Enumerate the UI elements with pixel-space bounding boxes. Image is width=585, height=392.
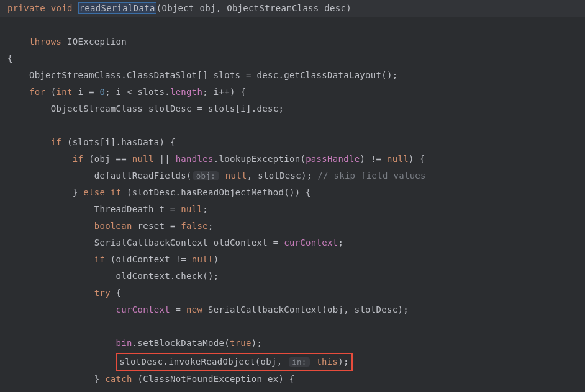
field: handles bbox=[176, 154, 214, 164]
brace: { bbox=[7, 53, 13, 63]
keyword: int bbox=[57, 87, 73, 97]
null: null bbox=[132, 154, 154, 164]
keyword: throws bbox=[29, 37, 61, 47]
code-text: ObjectStreamClass slotDesc = slots[i].de… bbox=[51, 104, 284, 114]
keyword: new bbox=[186, 305, 202, 314]
field: curContext bbox=[284, 238, 338, 247]
keyword: catch bbox=[105, 374, 132, 384]
null: null bbox=[225, 171, 247, 180]
keyword: private bbox=[7, 3, 45, 13]
keyword: if bbox=[73, 154, 83, 164]
keyword: for bbox=[29, 87, 45, 97]
keyword: void bbox=[51, 3, 73, 13]
comment: // skip field values bbox=[317, 171, 426, 180]
keyword: if bbox=[94, 254, 105, 264]
code-text: oldContext.check(); bbox=[116, 271, 219, 281]
keyword: boolean bbox=[94, 221, 132, 231]
field: length bbox=[170, 87, 202, 97]
highlighted-call[interactable]: slotDesc.invokeReadObject(obj, in: this)… bbox=[116, 353, 353, 371]
method-name-highlight[interactable]: readSerialData bbox=[78, 2, 156, 14]
field: curContext bbox=[116, 305, 170, 314]
params: (Object obj, ObjectStreamClass desc) bbox=[156, 3, 351, 13]
this: this bbox=[316, 357, 338, 367]
field: passHandle bbox=[306, 154, 360, 164]
boolean: true bbox=[230, 338, 252, 348]
inlay-hint: obj: bbox=[193, 171, 219, 180]
code-line[interactable]: private void readSerialData(Object obj, … bbox=[0, 0, 585, 17]
code-editor[interactable]: private void readSerialData(Object obj, … bbox=[7, 0, 578, 392]
null: null bbox=[181, 204, 202, 214]
keyword: try bbox=[94, 288, 111, 298]
keyword: if bbox=[51, 137, 61, 147]
exception: IOException bbox=[67, 37, 127, 47]
null: null bbox=[387, 154, 409, 164]
number: 0 bbox=[99, 87, 105, 97]
field: bin bbox=[116, 338, 132, 348]
inlay-hint: in: bbox=[289, 357, 309, 367]
code-text: ObjectStreamClass.ClassDataSlot[] slots … bbox=[29, 70, 398, 80]
boolean: false bbox=[181, 221, 208, 231]
keyword: else if bbox=[83, 187, 121, 197]
null: null bbox=[192, 254, 214, 264]
